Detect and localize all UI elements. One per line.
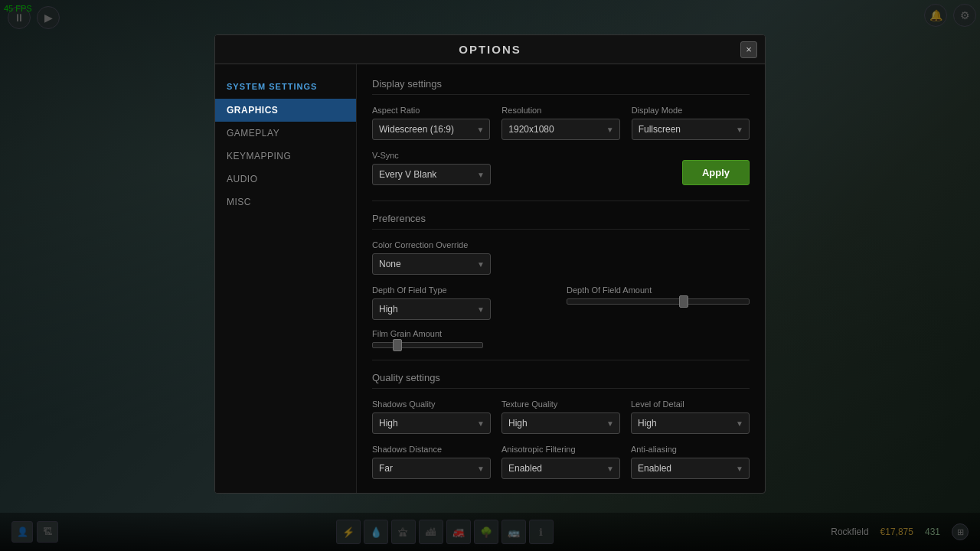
resolution-label: Resolution bbox=[501, 106, 619, 115]
sidebar: SYSTEM SETTINGS GRAPHICS GAMEPLAY KEYMAP… bbox=[215, 64, 357, 493]
sidebar-item-graphics[interactable]: GRAPHICS bbox=[215, 99, 356, 122]
shadows-distance-select-wrapper: Far Medium Near ▼ bbox=[372, 458, 491, 479]
display-mode-group: Display Mode Fullscreen Windowed Borderl… bbox=[632, 106, 750, 140]
vsync-select[interactable]: Every V Blank Off Adaptive bbox=[372, 164, 491, 185]
film-grain-label: Film Grain Amount bbox=[372, 329, 750, 338]
shadows-quality-select-wrapper: High Medium Low Off ▼ bbox=[372, 412, 491, 434]
anti-aliasing-select-wrapper: Enabled Disabled FXAA MSAA ▼ bbox=[631, 458, 750, 479]
level-of-detail-select[interactable]: High Medium Low bbox=[631, 412, 750, 434]
sidebar-item-keymapping[interactable]: KEYMAPPING bbox=[215, 145, 356, 168]
resolution-select-wrapper: 1920x1080 980x551 2560x1440 ▼ bbox=[501, 119, 619, 140]
sidebar-item-gameplay[interactable]: GAMEPLAY bbox=[215, 122, 356, 145]
anisotropic-filtering-select-wrapper: Enabled Disabled ▼ bbox=[501, 458, 620, 479]
depth-field-type-label: Depth Of Field Type bbox=[372, 285, 555, 295]
shadows-quality-select[interactable]: High Medium Low Off bbox=[372, 412, 491, 434]
anti-aliasing-select[interactable]: Enabled Disabled FXAA MSAA bbox=[631, 458, 750, 479]
aspect-ratio-select[interactable]: Widescreen (16:9) 4:3 16:10 bbox=[372, 119, 490, 140]
sidebar-item-audio[interactable]: AUDIO bbox=[215, 168, 356, 191]
texture-quality-label: Texture Quality bbox=[501, 399, 620, 409]
modal-overlay: OPTIONS × SYSTEM SETTINGS GRAPHICS GAMEP… bbox=[0, 0, 980, 551]
anisotropic-filtering-group: Anisotropic Filtering Enabled Disabled ▼ bbox=[501, 445, 620, 479]
color-correction-group: Color Correction Override None Warm Cool… bbox=[372, 240, 491, 275]
anti-aliasing-label: Anti-aliasing bbox=[631, 445, 750, 454]
separator-1 bbox=[372, 201, 750, 201]
quality-grid-bottom: Shadows Distance Far Medium Near ▼ Aniso… bbox=[372, 445, 750, 479]
sidebar-item-misc[interactable]: MISC bbox=[215, 191, 356, 214]
film-grain-group: Film Grain Amount bbox=[372, 329, 750, 348]
level-of-detail-select-wrapper: High Medium Low ▼ bbox=[631, 412, 750, 434]
shadows-distance-group: Shadows Distance Far Medium Near ▼ bbox=[372, 445, 491, 479]
shadows-distance-label: Shadows Distance bbox=[372, 445, 491, 454]
sidebar-section-title: SYSTEM SETTINGS bbox=[215, 76, 356, 99]
aspect-ratio-label: Aspect Ratio bbox=[372, 106, 490, 115]
vsync-group: V-Sync Every V Blank Off Adaptive ▼ bbox=[372, 151, 491, 185]
depth-amount-slider[interactable] bbox=[567, 298, 750, 305]
shadows-quality-group: Shadows Quality High Medium Low Off ▼ bbox=[372, 399, 491, 434]
anisotropic-filtering-select[interactable]: Enabled Disabled bbox=[501, 458, 620, 479]
options-dialog: OPTIONS × SYSTEM SETTINGS GRAPHICS GAMEP… bbox=[214, 34, 766, 494]
color-correction-row: Color Correction Override None Warm Cool… bbox=[372, 240, 750, 275]
dialog-title: OPTIONS bbox=[459, 43, 521, 56]
depth-amount-label: Depth Of Field Amount bbox=[567, 285, 750, 295]
quality-settings-title: Quality settings bbox=[372, 372, 750, 389]
vsync-row: V-Sync Every V Blank Off Adaptive ▼ Appl… bbox=[372, 151, 750, 185]
display-mode-select[interactable]: Fullscreen Windowed Borderless bbox=[632, 119, 750, 140]
texture-quality-select-wrapper: High Medium Low ▼ bbox=[501, 412, 620, 434]
film-grain-slider[interactable] bbox=[372, 342, 483, 348]
anti-aliasing-group: Anti-aliasing Enabled Disabled FXAA MSAA… bbox=[631, 445, 750, 479]
texture-quality-select[interactable]: High Medium Low bbox=[501, 412, 620, 434]
level-of-detail-label: Level of Detail bbox=[631, 399, 750, 409]
vsync-label: V-Sync bbox=[372, 151, 491, 160]
depth-amount-slider-wrapper bbox=[567, 298, 750, 305]
resolution-select[interactable]: 1920x1080 980x551 2560x1440 bbox=[501, 119, 619, 140]
main-content: Display settings Aspect Ratio Widescreen… bbox=[357, 64, 765, 493]
display-top-row: Aspect Ratio Widescreen (16:9) 4:3 16:10… bbox=[372, 106, 750, 140]
display-mode-select-wrapper: Fullscreen Windowed Borderless ▼ bbox=[632, 119, 750, 140]
shadows-quality-label: Shadows Quality bbox=[372, 399, 491, 409]
film-grain-slider-wrapper bbox=[372, 342, 750, 348]
display-mode-label: Display Mode bbox=[632, 106, 750, 115]
color-correction-select[interactable]: None Warm Cool bbox=[372, 253, 491, 275]
resolution-group: Resolution 1920x1080 980x551 2560x1440 … bbox=[501, 106, 619, 140]
display-settings-title: Display settings bbox=[372, 78, 750, 95]
vsync-select-wrapper: Every V Blank Off Adaptive ▼ bbox=[372, 164, 491, 185]
depth-field-row: Depth Of Field Type High Medium Low Off … bbox=[372, 285, 750, 320]
dialog-titlebar: OPTIONS × bbox=[215, 35, 765, 64]
anisotropic-filtering-label: Anisotropic Filtering bbox=[501, 445, 620, 454]
preferences-title: Preferences bbox=[372, 213, 750, 230]
apply-button[interactable]: Apply bbox=[682, 160, 750, 185]
depth-type-select[interactable]: High Medium Low Off bbox=[372, 298, 491, 320]
aspect-ratio-select-wrapper: Widescreen (16:9) 4:3 16:10 ▼ bbox=[372, 119, 490, 140]
depth-type-select-wrapper: High Medium Low Off ▼ bbox=[372, 298, 491, 320]
depth-type-group: Depth Of Field Type High Medium Low Off … bbox=[372, 285, 555, 320]
texture-quality-group: Texture Quality High Medium Low ▼ bbox=[501, 399, 620, 434]
color-correction-label: Color Correction Override bbox=[372, 240, 491, 249]
separator-2 bbox=[372, 360, 750, 360]
quality-grid-top: Shadows Quality High Medium Low Off ▼ bbox=[372, 399, 750, 434]
shadows-distance-select[interactable]: Far Medium Near bbox=[372, 458, 491, 479]
depth-amount-group: Depth Of Field Amount bbox=[567, 285, 750, 320]
dialog-body: SYSTEM SETTINGS GRAPHICS GAMEPLAY KEYMAP… bbox=[215, 64, 765, 493]
close-button[interactable]: × bbox=[740, 41, 757, 58]
aspect-ratio-group: Aspect Ratio Widescreen (16:9) 4:3 16:10… bbox=[372, 106, 490, 140]
color-correction-select-wrapper: None Warm Cool ▼ bbox=[372, 253, 491, 275]
level-of-detail-group: Level of Detail High Medium Low ▼ bbox=[631, 399, 750, 434]
